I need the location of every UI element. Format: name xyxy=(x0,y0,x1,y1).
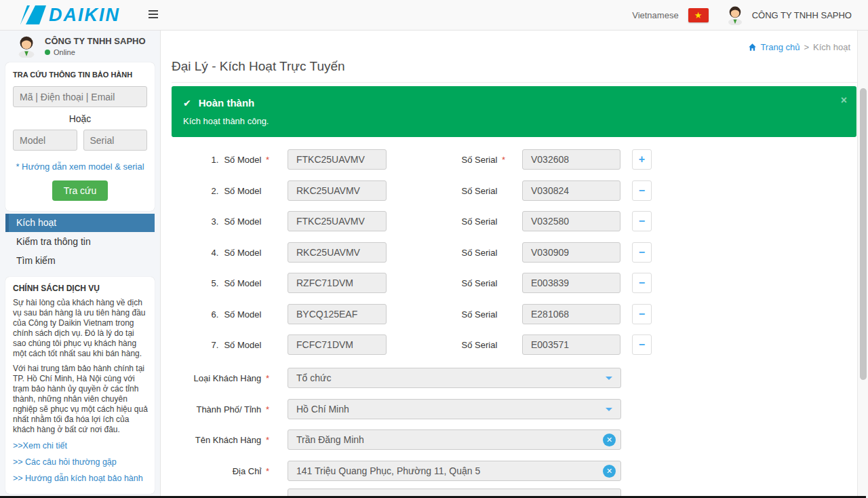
model-serial-row: 5.Số Model * RZFC71DVM Số Serial * E0038… xyxy=(161,273,857,294)
remove-row-button[interactable]: − xyxy=(632,273,652,293)
alert-title: ✔Hoàn thành xyxy=(183,97,254,109)
sidebar-menu: Kích hoạtKiểm tra thông tinTìm kiếm xyxy=(0,214,155,271)
model-serial-row: 4.Số Model * RKC25UAVMV Số Serial * V030… xyxy=(161,242,857,263)
serial-label: Số Serial * xyxy=(392,211,505,232)
serial-input[interactable]: V030909 xyxy=(522,242,620,263)
form-field-row: Địa Chỉ * 141 Triệu Quang Phục, Phường 1… xyxy=(161,461,857,482)
remove-row-button[interactable]: − xyxy=(632,180,652,201)
model-input[interactable]: RKC25UAVMV xyxy=(288,242,387,263)
serial-input[interactable]: V032580 xyxy=(522,211,620,231)
serial-label: Số Serial * xyxy=(392,242,505,263)
chevron-down-icon xyxy=(606,408,612,411)
model-input[interactable]: RZFC71DVM xyxy=(288,273,387,293)
model-label: 2.Số Model * xyxy=(161,180,269,202)
model-input[interactable]: BYCQ125EAF xyxy=(288,304,387,324)
model-label: 6.Số Model * xyxy=(161,304,269,325)
serial-label: Số Serial * xyxy=(392,149,505,170)
model-label: 4.Số Model * xyxy=(161,242,269,263)
remove-row-button[interactable]: − xyxy=(632,211,652,231)
select-customer-type[interactable]: Tổ chức xyxy=(288,368,621,388)
model-serial-row: 1.Số Model * FTKC25UAVMV Số Serial * V03… xyxy=(161,149,857,170)
sidebar-user-status: Online xyxy=(45,48,75,56)
model-serial-row: 6.Số Model * BYCQ125EAF Số Serial * E281… xyxy=(161,304,857,325)
top-header: DAIKIN Vietnamese ★ CÔNG TY TNHH SAPHO xyxy=(0,0,868,31)
alert-close-icon[interactable]: × xyxy=(841,94,847,107)
online-status-icon xyxy=(45,50,50,55)
main-content: Trang chủ > Kích hoạt Đại Lý - Kích Hoạt… xyxy=(161,31,857,498)
serial-input[interactable]: E281068 xyxy=(522,304,620,324)
breadcrumb-home-link[interactable]: Trang chủ xyxy=(748,42,800,52)
check-icon: ✔ xyxy=(183,98,191,109)
policy-title: CHÍNH SÁCH DỊCH VỤ xyxy=(12,284,149,293)
policy-link[interactable]: >>Xem chi tiết xyxy=(12,441,149,451)
customer-name-input[interactable]: Trần Đăng Minh✕ xyxy=(288,429,621,450)
add-row-button[interactable]: + xyxy=(632,149,652,170)
search-model-input[interactable] xyxy=(13,130,77,151)
model-label: 5.Số Model * xyxy=(161,273,269,294)
user-avatar[interactable] xyxy=(725,5,745,25)
sidebar-menu-item[interactable]: Tìm kiếm xyxy=(0,252,155,270)
chevron-down-icon xyxy=(606,377,612,380)
model-input[interactable]: RKC25UAVMV xyxy=(288,180,387,201)
serial-label: Số Serial * xyxy=(392,304,505,325)
clear-input-icon[interactable]: ✕ xyxy=(603,465,616,478)
clear-input-icon[interactable]: ✕ xyxy=(603,434,616,446)
vietnam-flag-icon[interactable]: ★ xyxy=(688,8,709,22)
home-icon xyxy=(748,43,757,52)
remove-row-button[interactable]: − xyxy=(632,334,652,355)
remove-row-button[interactable]: − xyxy=(632,304,652,324)
search-serial-input[interactable] xyxy=(83,130,148,151)
field-label: Loại Khách Hàng * xyxy=(161,368,269,389)
model-input[interactable]: FCFC71DVM xyxy=(288,334,387,355)
success-alert: ✔Hoàn thành Kích hoạt thành công. × xyxy=(172,86,856,137)
scrollbar-thumb[interactable] xyxy=(860,88,867,380)
serial-label: Số Serial * xyxy=(392,273,505,294)
field-label: Tên Khách Hàng * xyxy=(161,429,269,451)
serial-input[interactable]: E003571 xyxy=(522,334,620,355)
header-user-name[interactable]: CÔNG TY TNHH SAPHO xyxy=(752,10,852,20)
serial-label: Số Serial * xyxy=(392,334,505,356)
vertical-scrollbar[interactable] xyxy=(857,31,868,498)
breadcrumb-separator: > xyxy=(804,42,809,52)
serial-input[interactable]: E003839 xyxy=(522,273,620,293)
policy-link[interactable]: >> Hướng dẫn kích hoạt bảo hành xyxy=(12,474,149,484)
model-label: 1.Số Model * xyxy=(161,149,269,170)
policy-link[interactable]: >> Các câu hỏi thường gặp xyxy=(12,457,149,467)
service-policy-card: CHÍNH SÁCH DỊCH VỤ Sự hài lòng của khách… xyxy=(5,277,155,494)
serial-input[interactable]: V030824 xyxy=(522,180,620,201)
select-city[interactable]: Hồ Chí Minh xyxy=(288,399,621,419)
daikin-logo-mark xyxy=(20,4,46,26)
sidebar-menu-item[interactable]: Kiểm tra thông tin xyxy=(0,233,155,251)
model-label: 3.Số Model * xyxy=(161,211,269,232)
policy-paragraph: Sự hài lòng của khách hàng về dịch vụ sa… xyxy=(12,298,149,359)
daikin-logo[interactable]: DAIKIN xyxy=(20,4,120,26)
remove-row-button[interactable]: − xyxy=(632,242,652,263)
model-serial-guide-link[interactable]: * Hướng dẫn xem model & serial xyxy=(13,161,147,172)
field-label: Thành Phố/ Tỉnh * xyxy=(161,399,269,420)
address-input[interactable]: 141 Triệu Quang Phục, Phường 11, Quận 5✕ xyxy=(288,461,621,481)
policy-paragraph: Với hai trung tâm bảo hành chính tại TP.… xyxy=(12,364,149,435)
breadcrumb-current: Kích hoạt xyxy=(813,42,850,52)
model-input[interactable]: FTKC25UAVMV xyxy=(288,149,387,170)
search-keyword-input[interactable] xyxy=(13,86,147,107)
language-label[interactable]: Vietnamese xyxy=(632,10,678,20)
hamburger-menu-icon[interactable] xyxy=(149,10,158,20)
model-serial-row: 2.Số Model * RKC25UAVMV Số Serial * V030… xyxy=(161,180,857,202)
alert-message: Kích hoạt thành công. xyxy=(183,116,269,126)
model-label: 7.Số Model * xyxy=(161,334,269,356)
breadcrumb: Trang chủ > Kích hoạt xyxy=(748,42,850,52)
sidebar-user-name: CÔNG TY TNHH SAPHO xyxy=(45,36,146,46)
form-field-row: Thành Phố/ Tỉnh * Hồ Chí Minh xyxy=(161,399,857,420)
model-input[interactable]: FTKC25UAVMV xyxy=(288,211,387,231)
daikin-logo-text: DAIKIN xyxy=(49,5,120,26)
field-label: Địa Chỉ * xyxy=(161,461,269,482)
form-field-row: Tên Khách Hàng * Trần Đăng Minh✕ xyxy=(161,429,857,451)
serial-input[interactable]: V032608 xyxy=(522,149,620,170)
warranty-search-card: TRA CỨU THÔNG TIN BẢO HÀNH Hoặc * Hướng … xyxy=(5,62,155,211)
model-serial-row: 7.Số Model * FCFC71DVM Số Serial * E0035… xyxy=(161,334,857,356)
serial-label: Số Serial * xyxy=(392,180,505,202)
sidebar: CÔNG TY TNHH SAPHO Online TRA CỨU THÔNG … xyxy=(0,31,161,498)
sidebar-user-avatar xyxy=(15,35,38,58)
sidebar-menu-item[interactable]: Kích hoạt xyxy=(5,214,155,232)
search-submit-button[interactable]: Tra cứu xyxy=(52,180,108,201)
